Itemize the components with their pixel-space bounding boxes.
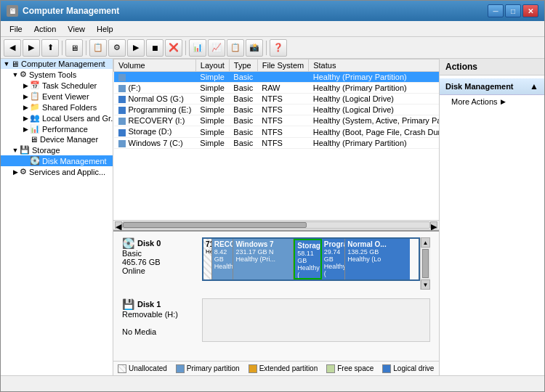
- forward-button[interactable]: ▶: [23, 39, 40, 57]
- computer-mgmt-icon: 🖥: [11, 60, 19, 68]
- disk-table-container[interactable]: Volume Layout Type File System Status: [113, 59, 439, 220]
- menu-action[interactable]: Action: [28, 23, 62, 35]
- partition-win7[interactable]: Windows 7 231.17 GB N Healthy (Pri...: [233, 239, 294, 279]
- cell-fs: NTFS: [257, 137, 308, 148]
- h-scrollbar-thumb[interactable]: [123, 222, 307, 228]
- sidebar-item-system-tools[interactable]: ▼ ⚙ System Tools: [1, 69, 113, 80]
- cell-fs: NTFS: [257, 115, 308, 126]
- vscroll-track: [421, 248, 430, 279]
- menu-file[interactable]: File: [4, 23, 28, 35]
- sidebar-item-task-scheduler[interactable]: ▶ 📅 Task Scheduler: [1, 80, 113, 91]
- col-filesystem[interactable]: File System: [257, 60, 308, 72]
- table-row[interactable]: Storage (D:) Simple Basic NTFS Healthy (…: [114, 126, 440, 137]
- expand-icon-perf: ▶: [21, 126, 30, 133]
- vscroll-down-btn[interactable]: ▼: [421, 279, 430, 290]
- col-volume[interactable]: Volume: [114, 60, 196, 72]
- table-row[interactable]: RECOVERY (I:) Simple Basic NTFS Healthy …: [114, 115, 440, 126]
- cell-volume: Programming (E:): [114, 105, 196, 115]
- scroll-left-btn[interactable]: ◀: [115, 221, 122, 229]
- sidebar-item-computer-management[interactable]: ▼ 🖥 Computer Management: [1, 59, 113, 69]
- col-layout[interactable]: Layout: [195, 60, 229, 72]
- maximize-button[interactable]: □: [505, 4, 521, 17]
- expand-icon-users: ▶: [21, 115, 30, 122]
- legend-extended: Extended partition: [249, 364, 318, 373]
- actions-section-label: Disk Management: [445, 82, 514, 91]
- sidebar-label-shared-folders: Shared Folders: [42, 103, 97, 112]
- toolbar-btn-5[interactable]: ▶: [127, 39, 145, 57]
- actions-more-arrow: ▶: [501, 98, 506, 105]
- legend-free: Free space: [326, 364, 374, 373]
- toolbar-btn-11[interactable]: 📸: [246, 39, 263, 57]
- cell-layout: Simple: [195, 83, 229, 94]
- partition-recovery-status: Healthy: [214, 263, 231, 270]
- sidebar-item-performance[interactable]: ▶ 📊 Performance: [1, 123, 113, 134]
- legend-extended-label: Extended partition: [259, 364, 318, 372]
- sidebar-label-device-manager: Device Manager: [40, 135, 98, 144]
- vscroll-thumb[interactable]: [422, 249, 429, 278]
- toolbar-btn-3[interactable]: 📋: [89, 39, 107, 57]
- legend-extended-box: [249, 364, 257, 373]
- sidebar-item-shared-folders[interactable]: ▶ 📁 Shared Folders: [1, 102, 113, 113]
- partition-win7-size: 231.17 GB N: [235, 248, 291, 256]
- toolbar-btn-6[interactable]: ⏹: [146, 39, 164, 57]
- table-row[interactable]: Simple Basic Healthy (Primary Partition): [114, 72, 440, 83]
- back-button[interactable]: ◀: [4, 39, 21, 57]
- cell-layout: Simple: [195, 72, 229, 83]
- partition-normalos[interactable]: Normal O... 138.25 GB Healthy (Lo: [345, 239, 410, 279]
- partition-unalloc[interactable]: 71 He...: [203, 239, 212, 279]
- toolbar-separator-1: [62, 41, 62, 55]
- sidebar-item-storage[interactable]: ▼ 💾 Storage: [1, 144, 113, 155]
- partition-normalos-label: Normal O...: [347, 240, 408, 248]
- legend-logical: Logical drive: [382, 364, 434, 373]
- table-row[interactable]: (F:) Simple Basic RAW Healthy (Primary P…: [114, 83, 440, 94]
- sidebar-label-task-scheduler: Task Scheduler: [42, 81, 97, 90]
- partition-recovery[interactable]: RECOVI... 8.42 GB Healthy: [212, 239, 234, 279]
- show-hide-button[interactable]: 🖥: [65, 39, 83, 57]
- toolbar-btn-7[interactable]: ❌: [165, 39, 182, 57]
- partition-recovery-size: 8.42 GB: [214, 248, 231, 263]
- cell-status: Healthy (Primary Partition): [309, 72, 439, 83]
- disk1-status: No Media: [122, 327, 196, 336]
- sidebar-item-device-manager[interactable]: 🖥 Device Manager: [1, 134, 113, 144]
- close-button[interactable]: ✕: [522, 4, 538, 17]
- table-row[interactable]: Programming (E:) Simple Basic NTFS Healt…: [114, 105, 440, 115]
- h-scrollbar-track: [122, 221, 430, 229]
- legend-unallocated: Unallocated: [118, 364, 167, 373]
- help-button[interactable]: ❓: [270, 39, 287, 57]
- table-row[interactable]: Windows 7 (C:) Simple Basic NTFS Healthy…: [114, 137, 440, 148]
- partition-program-size: 29.74 GB: [324, 248, 343, 263]
- col-status[interactable]: Status: [309, 60, 439, 72]
- cell-volume: Normal OS (G:): [114, 94, 196, 105]
- actions-section: Disk Management ▲ More Actions ▶: [440, 75, 544, 111]
- partition-storage[interactable]: Storage 58.11 GB Healthy (: [294, 239, 321, 279]
- actions-more-actions[interactable]: More Actions ▶: [440, 95, 544, 108]
- toolbar-btn-9[interactable]: 📈: [208, 39, 225, 57]
- menu-help[interactable]: Help: [91, 23, 119, 35]
- actions-collapse-icon[interactable]: ▲: [530, 81, 538, 91]
- device-manager-icon: 🖥: [30, 135, 38, 144]
- cell-layout: Simple: [195, 105, 229, 115]
- expand-icon: ▼: [2, 60, 11, 68]
- vscroll-up-btn[interactable]: ▲: [421, 237, 430, 248]
- col-type[interactable]: Type: [229, 60, 257, 72]
- sidebar-item-disk-management[interactable]: 💽 Disk Management: [1, 155, 113, 166]
- minimize-button[interactable]: ─: [488, 4, 504, 17]
- partition-program[interactable]: Program... 29.74 GB Healthy (: [322, 239, 346, 279]
- up-button[interactable]: ⬆: [41, 39, 59, 57]
- scroll-right-btn[interactable]: ▶: [430, 221, 437, 229]
- sidebar-item-local-users[interactable]: ▶ 👥 Local Users and Gr...: [1, 113, 113, 123]
- sidebar-item-event-viewer[interactable]: ▶ 📋 Event Viewer: [1, 91, 113, 102]
- disk-table: Volume Layout Type File System Status: [113, 59, 439, 149]
- legend-unalloc-label: Unallocated: [129, 364, 167, 372]
- table-row[interactable]: Normal OS (G:) Simple Basic NTFS Healthy…: [114, 94, 440, 105]
- sidebar-label-local-users: Local Users and Gr...: [42, 114, 113, 123]
- legend: Unallocated Primary partition Extended p…: [113, 361, 439, 375]
- menu-view[interactable]: View: [62, 23, 91, 35]
- toolbar-btn-4[interactable]: ⚙: [108, 39, 126, 57]
- services-icon: ⚙: [20, 167, 27, 176]
- toolbar-btn-8[interactable]: 📊: [189, 39, 206, 57]
- main-content: ▼ 🖥 Computer Management ▼ ⚙ System Tools…: [1, 59, 544, 375]
- sidebar-item-services[interactable]: ▶ ⚙ Services and Applic...: [1, 166, 113, 177]
- partition-program-label: Program...: [324, 240, 343, 248]
- toolbar-btn-10[interactable]: 📋: [227, 39, 244, 57]
